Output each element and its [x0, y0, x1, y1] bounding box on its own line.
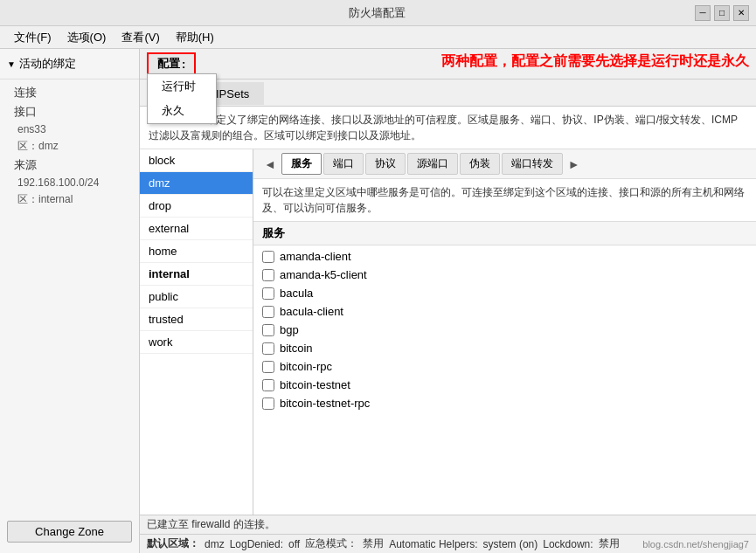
auto-helpers-value: system (on) [483, 538, 538, 550]
right-panel: 两种配置，配置之前需要先选择是运行时还是永久 配置 : 运行时 永久 区域 IP… [140, 49, 756, 553]
service-amanda-k5-client: amanda-k5-client [253, 266, 756, 284]
zone-item-external[interactable]: external [140, 218, 253, 240]
sidebar-category-source: 来源 [0, 156, 139, 175]
service-checkbox-bitcoin-testnet-rpc[interactable] [262, 397, 274, 410]
zone-item-block[interactable]: block [140, 149, 253, 172]
main-content: ▼ 活动的绑定 连接 接口 ens33 区：dmz 来源 192.168.100… [0, 49, 756, 553]
service-checkbox-amanda-client[interactable] [262, 251, 274, 263]
sidebar-category-interface: 接口 [0, 102, 139, 121]
menu-options[interactable]: 选项(O) [60, 28, 114, 47]
sidebar-item-ens33: ens33 [0, 121, 139, 137]
service-label-bitcoin: bitcoin [280, 342, 313, 355]
service-label-amanda-k5-client: amanda-k5-client [280, 268, 367, 281]
service-bitcoin-testnet-rpc: bitcoin-testnet-rpc [253, 394, 756, 412]
service-bitcoin-testnet: bitcoin-testnet [253, 376, 756, 394]
sidebar-source-ip: 192.168.100.0/24 [0, 175, 139, 190]
service-label-bacula-client: bacula-client [280, 305, 343, 318]
service-checkbox-bacula[interactable] [262, 287, 274, 300]
zone-item-dmz[interactable]: dmz [140, 172, 253, 195]
log-denied-label: LogDenied: [230, 538, 283, 550]
service-label-bgp: bgp [280, 323, 299, 336]
services-panel: ◄ 服务 端口 协议 源端口 伪装 端口转发 ► 可以在这里定义区域中哪些服务是… [253, 149, 756, 515]
service-label-bitcoin-testnet: bitcoin-testnet [280, 378, 350, 391]
tabs-row: 区域 IPSets [140, 79, 756, 107]
lockdown-value: 禁用 [599, 536, 620, 551]
service-label-amanda-client: amanda-client [280, 250, 351, 263]
service-label-bitcoin-rpc: bitcoin-rpc [280, 360, 332, 373]
sub-tabs-row: ◄ 服务 端口 协议 源端口 伪装 端口转发 ► [253, 149, 756, 179]
service-label-bacula: bacula [280, 287, 313, 300]
window-title: 防火墙配置 [59, 5, 695, 21]
subtab-port-forward[interactable]: 端口转发 [502, 153, 563, 175]
zone-item-home[interactable]: home [140, 240, 253, 263]
toolbar-row: 配置 : 运行时 永久 [140, 49, 756, 79]
menu-bar: 文件(F) 选项(O) 查看(V) 帮助(H) [0, 26, 756, 49]
lockdown-label: Lockdown: [543, 538, 593, 550]
subtab-ports[interactable]: 端口 [323, 153, 364, 175]
dropdown-permanent[interactable]: 永久 [148, 99, 216, 123]
service-bacula-client: bacula-client [253, 302, 756, 321]
dropdown-runtime[interactable]: 运行时 [148, 74, 216, 99]
nav-next-arrow[interactable]: ► [565, 157, 584, 171]
subtab-services[interactable]: 服务 [281, 153, 322, 175]
default-zone-value: dmz [205, 538, 225, 550]
service-checkbox-bitcoin[interactable] [262, 342, 274, 355]
sidebar-category-connections: 连接 [0, 83, 139, 102]
service-amanda-client: amanda-client [253, 247, 756, 266]
service-bitcoin-rpc: bitcoin-rpc [253, 357, 756, 376]
sidebar-item-dmz: 区：dmz [0, 137, 139, 156]
sidebar-divider [0, 79, 139, 79]
service-bacula: bacula [253, 284, 756, 302]
zone-item-drop[interactable]: drop [140, 195, 253, 218]
sidebar-arrow: ▼ [7, 59, 16, 69]
service-bgp: bgp [253, 321, 756, 339]
bottom-info-bar: 默认区域： dmz LogDenied: off 应急模式： 禁用 Automa… [140, 534, 756, 553]
sidebar-section-title: ▼ 活动的绑定 [0, 52, 139, 75]
menu-view[interactable]: 查看(V) [114, 28, 166, 47]
service-checkbox-bgp[interactable] [262, 324, 274, 336]
zone-item-trusted[interactable]: trusted [140, 308, 253, 331]
status-bar: 已建立至 firewalld 的连接。 [140, 515, 756, 534]
nav-prev-arrow[interactable]: ◄ [260, 157, 280, 171]
services-description: 可以在这里定义区域中哪些服务是可信的。可连接至绑定到这个区域的连接、接口和源的所… [253, 179, 756, 222]
services-col-header: 服务 [253, 222, 756, 245]
subtab-protocols[interactable]: 协议 [365, 153, 406, 175]
watermark: blog.csdn.net/shengjiag7 [642, 539, 749, 550]
zone-area: block dmz drop external home internal pu… [140, 149, 756, 515]
emergency-label: 应急模式： [305, 536, 357, 551]
config-dropdown: 运行时 永久 [147, 73, 217, 124]
config-button[interactable]: 配置 : [147, 52, 196, 75]
zone-item-public[interactable]: public [140, 286, 253, 308]
zone-list: block dmz drop external home internal pu… [140, 149, 253, 515]
emergency-value: 禁用 [363, 536, 384, 551]
service-checkbox-bitcoin-testnet[interactable] [262, 379, 274, 391]
title-bar: 防火墙配置 ─ □ ✕ [0, 0, 756, 26]
close-button[interactable]: ✕ [733, 5, 749, 21]
maximize-button[interactable]: □ [714, 5, 730, 21]
config-arrow: : [182, 58, 185, 71]
sidebar-bottom: Change Zone [0, 514, 139, 550]
service-checkbox-amanda-k5-client[interactable] [262, 269, 274, 281]
zone-item-work[interactable]: work [140, 331, 253, 354]
window-controls: ─ □ ✕ [695, 5, 749, 21]
auto-helpers-label: Automatic Helpers: [389, 538, 477, 550]
zone-item-internal[interactable]: internal [140, 263, 253, 286]
service-bitcoin: bitcoin [253, 339, 756, 357]
default-zone-label: 默认区域： [147, 536, 199, 551]
service-checkbox-bacula-client[interactable] [262, 306, 274, 318]
sidebar-section-label: 活动的绑定 [19, 56, 76, 72]
menu-help[interactable]: 帮助(H) [169, 28, 221, 47]
sidebar: ▼ 活动的绑定 连接 接口 ens33 区：dmz 来源 192.168.100… [0, 49, 140, 553]
menu-file[interactable]: 文件(F) [7, 28, 59, 47]
service-checkbox-bitcoin-rpc[interactable] [262, 361, 274, 373]
service-label-bitcoin-testnet-rpc: bitcoin-testnet-rpc [280, 397, 370, 410]
change-zone-button[interactable]: Change Zone [7, 521, 132, 543]
subtab-masquerade[interactable]: 伪装 [460, 153, 500, 175]
minimize-button[interactable]: ─ [695, 5, 711, 21]
subtab-source-ports[interactable]: 源端口 [407, 153, 458, 175]
zone-description: FirewallD 区域定义了绑定的网络连接、接口以及源地址的可信程度。区域是服… [140, 107, 756, 149]
sidebar-source-internal: 区：internal [0, 190, 139, 209]
config-label: 配置 [157, 56, 180, 72]
services-checklist: amanda-client amanda-k5-client bacula ba… [253, 245, 756, 515]
log-denied-value: off [288, 538, 300, 550]
